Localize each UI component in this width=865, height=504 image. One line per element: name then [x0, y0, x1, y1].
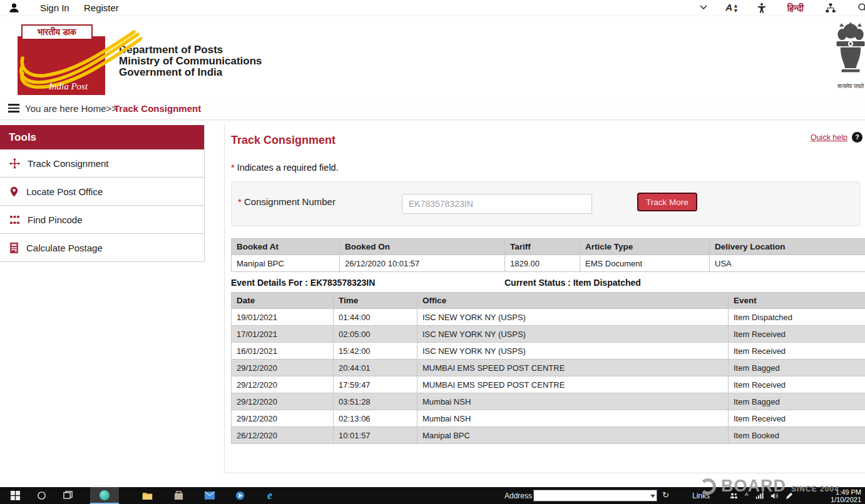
task-view-icon[interactable] — [55, 487, 80, 504]
table-cell: Mumbai NSH — [417, 410, 729, 427]
start-button[interactable] — [3, 487, 28, 504]
sidebar-item-find-pincode[interactable]: Find Pincode — [0, 206, 204, 234]
breadcrumb-current: Track Consignment — [114, 103, 201, 114]
column-header: Booked On — [340, 239, 505, 255]
sidebar-item-track-consignment[interactable]: Track Consignment — [0, 149, 204, 178]
quick-help-link[interactable]: Quick help — [811, 133, 847, 142]
tray-people-icon[interactable] — [730, 492, 738, 500]
sidebar-item-label: Calculate Postage — [26, 243, 103, 253]
taskbar-file-explorer[interactable] — [133, 487, 161, 504]
table-cell: Item Bagged — [729, 360, 865, 376]
table-cell: Item Dispatched — [729, 309, 865, 326]
user-icon — [8, 2, 20, 16]
taskbar-app-store[interactable] — [164, 487, 193, 504]
table-cell: 29/12/2020 — [232, 376, 334, 393]
table-cell: Item Received — [729, 343, 865, 360]
table-cell: 10:01:57 — [334, 427, 417, 444]
table-cell: 26/12/2020 10:01:57 — [340, 255, 505, 272]
sitemap-icon[interactable] — [825, 3, 836, 16]
taskbar-app-browser-active[interactable] — [90, 487, 119, 504]
help-icon[interactable]: ? — [852, 132, 862, 143]
windows-taskbar: e Address ↻ Links ^ 1:49 PM 1/10/2021 — [0, 487, 865, 504]
table-cell: 29/12/2020 — [232, 410, 334, 427]
pincode-grid-icon — [9, 214, 21, 226]
table-cell: 02:05:00 — [334, 326, 417, 343]
column-header: Date — [232, 293, 334, 309]
address-input[interactable] — [533, 490, 657, 501]
page-title: Track Consignment — [231, 134, 865, 147]
table-cell: EMS Document — [580, 255, 710, 272]
table-header-row: Date Time Office Event — [232, 293, 865, 309]
account-topbar: Sign In Register A▲▼ हिन्दी — [0, 0, 865, 16]
internet-explorer-icon[interactable]: e — [255, 487, 284, 504]
site-header: भारतीय डाक India Post Department of Post… — [0, 17, 865, 98]
tray-volume-icon[interactable] — [770, 492, 779, 500]
table-cell: 16/01/2021 — [232, 343, 334, 360]
sidebar-item-label: Locate Post Office — [26, 186, 103, 197]
table-row: 17/01/202102:05:00ISC NEW YORK NY (USPS)… — [232, 326, 865, 343]
consignment-number-input[interactable] — [402, 194, 592, 214]
table-cell: Manipal BPC — [232, 255, 340, 272]
taskbar-media-app[interactable] — [225, 487, 254, 504]
register-link[interactable]: Register — [84, 3, 119, 13]
column-header: Delivery Location — [710, 239, 865, 255]
table-cell: Item Booked — [729, 427, 865, 444]
track-consignment-panel: Track Consignment Quick help ? * Indicat… — [224, 125, 865, 473]
current-status-label: Current Status : Item Dispatched — [504, 278, 641, 288]
table-row: 29/12/202002:13:06Mumbai NSHItem Receive… — [232, 410, 865, 427]
table-cell: 26/12/2020 — [232, 427, 334, 444]
breadcrumb-prefix[interactable]: You are here Home>> — [25, 103, 117, 114]
tray-network-icon[interactable] — [755, 492, 764, 499]
logo-english-label: India Post — [49, 81, 88, 92]
event-details-label: Event Details For : EK783578323IN — [231, 278, 375, 288]
menu-icon[interactable] — [8, 104, 19, 114]
hindi-language-link[interactable]: हिन्दी — [787, 3, 804, 14]
booking-summary-table: Booked At Booked On Tariff Article Type … — [231, 238, 865, 272]
calculator-icon — [9, 242, 19, 254]
accessibility-icon[interactable] — [756, 2, 767, 16]
sidebar-item-label: Track Consignment — [28, 158, 109, 169]
events-table: Date Time Office Event 19/01/202101:44:0… — [231, 292, 865, 444]
table-row: 26/12/202010:01:57Manipal BPCItem Booked — [232, 427, 865, 444]
taskbar-clock[interactable]: 1:49 PM 1/10/2021 — [831, 488, 861, 503]
column-header: Tariff — [505, 239, 580, 255]
browser-globe-icon — [100, 490, 110, 500]
org-title: Department of Posts Ministry of Communic… — [119, 44, 262, 78]
search-icon[interactable] — [857, 2, 865, 16]
track-more-button[interactable]: Track More — [637, 193, 697, 211]
table-cell: ISC NEW YORK NY (USPS) — [417, 326, 729, 343]
links-toolbar[interactable]: Links — [692, 491, 710, 500]
tray-show-hidden-icon[interactable]: ^ — [745, 491, 749, 500]
tray-pen-icon[interactable] — [786, 492, 793, 500]
table-cell: Mumbai NSH — [417, 393, 729, 410]
table-cell: 17:59:47 — [334, 376, 417, 393]
table-cell: 01:44:00 — [334, 309, 417, 326]
sign-in-link[interactable]: Sign In — [40, 3, 69, 13]
table-header-row: Booked At Booked On Tariff Article Type … — [232, 239, 865, 255]
address-dropdown-icon[interactable] — [650, 495, 655, 498]
taskbar-search-icon[interactable] — [29, 487, 54, 504]
breadcrumb: You are here Home>> Track Consignment — [0, 98, 865, 120]
table-cell: Item Received — [729, 376, 865, 393]
org-line-1: Department of Posts — [119, 44, 262, 56]
national-emblem: सत्यमेव जयते — [831, 22, 865, 90]
chevron-down-icon[interactable] — [699, 3, 709, 14]
ashoka-emblem-icon — [834, 22, 865, 82]
column-header: Event — [729, 293, 865, 309]
table-cell: ISC NEW YORK NY (USPS) — [417, 309, 729, 326]
table-cell: 02:13:06 — [334, 410, 417, 427]
column-header: Article Type — [580, 239, 710, 255]
emblem-motto: सत्यमेव जयते — [831, 83, 865, 90]
logo-hindi-label: भारतीय डाक — [21, 24, 93, 40]
refresh-icon[interactable]: ↻ — [662, 490, 669, 500]
table-cell: 15:42:00 — [334, 343, 417, 360]
consignment-form: * Consignment Number Track More — [231, 181, 860, 226]
font-size-icon[interactable]: A▲▼ — [725, 2, 739, 13]
sidebar-item-locate-post-office[interactable]: Locate Post Office — [0, 178, 204, 206]
table-row: 29/12/202020:44:01MUMBAI EMS SPEED POST … — [232, 360, 865, 376]
table-row: Manipal BPC26/12/2020 10:01:571829.00EMS… — [232, 255, 865, 272]
clock-date: 1/10/2021 — [831, 496, 861, 503]
taskbar-mail-app[interactable] — [195, 487, 224, 504]
sidebar-item-calculate-postage[interactable]: Calculate Postage — [0, 234, 204, 262]
table-cell: USA — [710, 255, 865, 272]
